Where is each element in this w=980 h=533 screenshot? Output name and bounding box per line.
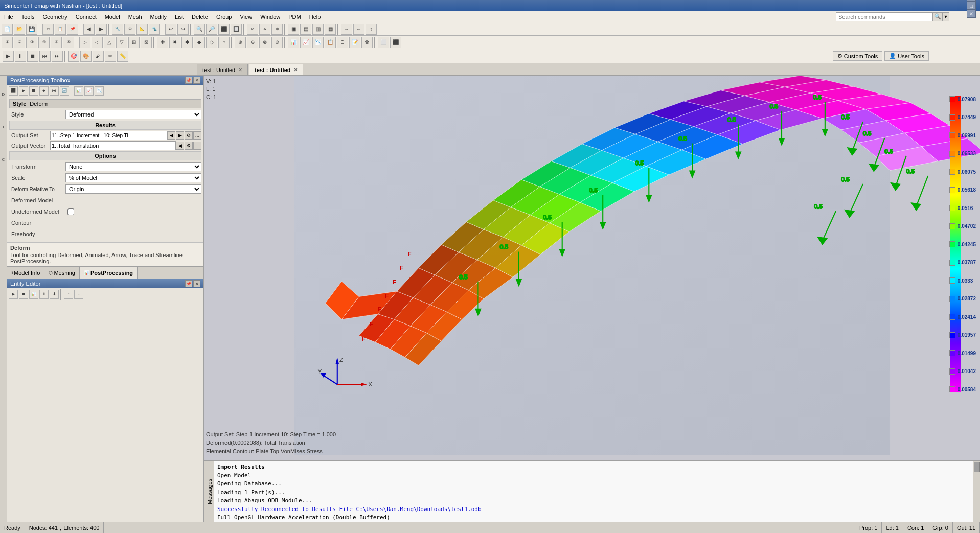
pp-pin-btn[interactable]: 📌 <box>185 77 192 84</box>
entity-tb-3[interactable]: 📊 <box>29 290 38 299</box>
tb10[interactable]: ↩ <box>165 24 176 35</box>
tb-r2-10[interactable]: ▽ <box>116 37 127 48</box>
entity-pin-btn[interactable]: 📌 <box>185 280 192 287</box>
tb-r3-8[interactable]: 🖌 <box>93 51 104 62</box>
pp-tb-2[interactable]: ▶ <box>19 86 28 96</box>
menu-group[interactable]: Group <box>212 11 236 22</box>
menu-geometry[interactable]: Geometry <box>38 11 71 22</box>
undeformed-model-checkbox[interactable] <box>67 208 74 215</box>
entity-tb-5[interactable]: ⬇ <box>50 290 59 299</box>
pp-tb-5[interactable]: ⏭ <box>50 86 59 96</box>
tb-r2-21[interactable]: ⊗ <box>259 37 270 48</box>
tb8[interactable]: 📐 <box>136 24 148 35</box>
search-input[interactable] <box>836 12 933 21</box>
tb-r2-30[interactable]: ⬜ <box>378 37 389 48</box>
tb-r2-28[interactable]: 📝 <box>349 37 360 48</box>
user-tools-button[interactable]: 👤 User Tools <box>884 51 929 61</box>
tb2[interactable]: 📋 <box>55 24 66 35</box>
entity-tb-6[interactable]: ↑ <box>64 290 73 299</box>
tb5[interactable]: ▶ <box>96 24 107 35</box>
tb-r3-5[interactable]: ⏭ <box>52 51 63 62</box>
output-set-next[interactable]: ▶ <box>176 131 184 140</box>
pp-close-btn[interactable]: ✕ <box>193 77 200 84</box>
tb7[interactable]: ⚙ <box>124 24 135 35</box>
tb24[interactable]: ← <box>353 24 364 35</box>
menu-file[interactable]: File <box>0 11 17 22</box>
menu-help[interactable]: Help <box>305 11 325 22</box>
message-line[interactable]: Successfully Reconnected to Results File… <box>217 505 970 514</box>
menu-list[interactable]: List <box>171 11 188 22</box>
tb-r2-18[interactable]: ○ <box>218 37 230 48</box>
pp-tb-1[interactable]: ⬛ <box>9 86 18 96</box>
output-set-settings[interactable]: ⚙ <box>185 131 193 140</box>
tb-r2-8[interactable]: ◁ <box>92 37 103 48</box>
tb-r2-5[interactable]: ⑤ <box>51 37 62 48</box>
tb-r2-11[interactable]: ⊞ <box>128 37 140 48</box>
tb-r2-1[interactable]: ① <box>2 37 13 48</box>
menu-pdm[interactable]: PDM <box>284 11 305 22</box>
restore-button[interactable]: □ <box>967 2 976 10</box>
tb-r2-22[interactable]: ⊘ <box>271 37 283 48</box>
entity-tb-2[interactable]: ⏹ <box>19 290 28 299</box>
tb6[interactable]: 🔧 <box>112 24 123 35</box>
tab-2[interactable]: test : Untitled ✕ <box>249 64 303 75</box>
tb-r2-2[interactable]: ② <box>14 37 25 48</box>
output-set-prev[interactable]: ◀ <box>167 131 175 140</box>
viewport[interactable]: V: 1 L: 1 C: 1 <box>204 76 980 522</box>
tb-r3-3[interactable]: ⏹ <box>27 51 38 62</box>
output-set-input[interactable] <box>50 131 167 140</box>
new-btn[interactable]: 📄 <box>2 24 13 35</box>
entity-tb-4[interactable]: ⬆ <box>39 290 49 299</box>
tb-r3-6[interactable]: 🎯 <box>68 51 79 62</box>
tb-r2-9[interactable]: △ <box>104 37 115 48</box>
tb4[interactable]: ◀ <box>83 24 95 35</box>
tb3[interactable]: 📌 <box>67 24 78 35</box>
tb16[interactable]: M <box>247 24 258 35</box>
meshing-tab[interactable]: ⬡ Meshing <box>44 267 80 279</box>
deform-section-header[interactable]: Style Deform <box>9 99 201 108</box>
tb-r2-31[interactable]: ⬛ <box>390 37 401 48</box>
messages-scrollbar[interactable] <box>973 461 980 522</box>
tb-r2-19[interactable]: ⊕ <box>235 37 246 48</box>
tb17[interactable]: A <box>259 24 270 35</box>
tb-r2-26[interactable]: 📋 <box>325 37 336 48</box>
menu-mesh[interactable]: Mesh <box>124 11 146 22</box>
transform-select[interactable]: None <box>65 162 201 171</box>
menu-connect[interactable]: Connect <box>72 11 101 22</box>
output-vector-settings[interactable]: ⚙ <box>185 142 193 150</box>
tab-1-close[interactable]: ✕ <box>238 67 242 73</box>
deform-relative-select[interactable]: Origin <box>65 184 201 194</box>
tb18[interactable]: ⊕ <box>271 24 283 35</box>
menu-window[interactable]: Window <box>256 11 284 22</box>
tb-r3-7[interactable]: 🎨 <box>80 51 92 62</box>
postprocessing-tab[interactable]: 📊 PostProcessing <box>80 267 138 279</box>
output-set-more[interactable]: … <box>193 131 201 140</box>
tb13[interactable]: 🔎 <box>206 24 217 35</box>
model-info-tab[interactable]: ℹ Model Info <box>7 267 44 279</box>
entity-close-btn[interactable]: ✕ <box>193 280 200 287</box>
tb-r2-4[interactable]: ④ <box>38 37 50 48</box>
menu-model[interactable]: Model <box>101 11 124 22</box>
open-btn[interactable]: 📂 <box>14 24 25 35</box>
search-icon[interactable]: 🔍 <box>933 12 942 21</box>
tb21[interactable]: ▥ <box>312 24 324 35</box>
tb-r2-24[interactable]: 📈 <box>300 37 311 48</box>
tb23[interactable]: → <box>341 24 352 35</box>
tb-r2-25[interactable]: 📉 <box>312 37 324 48</box>
custom-tools-button[interactable]: ⚙ Custom Tools <box>833 51 882 61</box>
tb19[interactable]: ▣ <box>288 24 299 35</box>
output-vector-prev[interactable]: ◀ <box>176 142 184 150</box>
tb-r2-29[interactable]: 🗑 <box>361 37 373 48</box>
tb-r2-6[interactable]: ⑥ <box>63 37 74 48</box>
tb22[interactable]: ▦ <box>325 24 336 35</box>
tb-r2-7[interactable]: ▷ <box>79 37 90 48</box>
tb-r2-14[interactable]: ✖ <box>169 37 180 48</box>
tb-r2-27[interactable]: 🗒 <box>337 37 348 48</box>
pp-tb-4[interactable]: ⏮ <box>39 86 49 96</box>
entity-tb-1[interactable]: ▶ <box>9 290 18 299</box>
tb-r3-9[interactable]: ✏ <box>105 51 116 62</box>
messages-content[interactable]: Import ResultsOpen ModelOpening Database… <box>214 461 973 522</box>
tb-r2-12[interactable]: ⊠ <box>141 37 152 48</box>
search-menu-icon[interactable]: ▼ <box>942 12 949 21</box>
tb-r3-10[interactable]: 📏 <box>117 51 128 62</box>
